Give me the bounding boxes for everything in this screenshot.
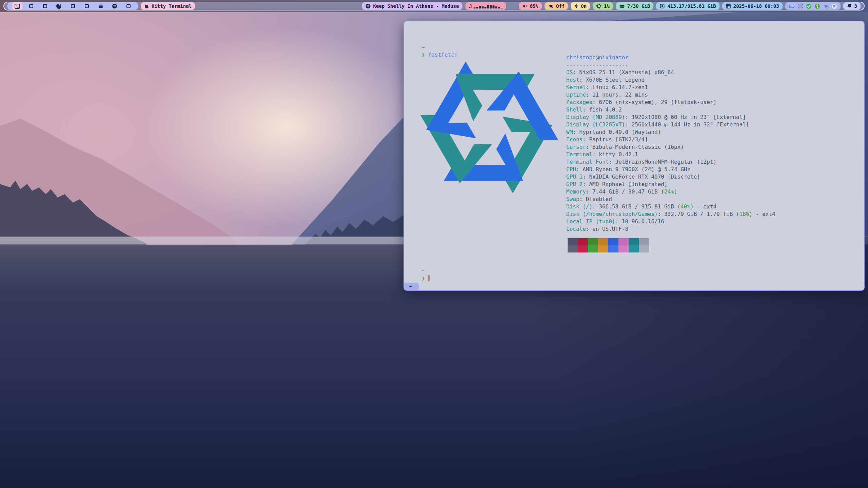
spotify-icon	[366, 3, 371, 9]
status-pills: 85%OffOn1%7/30 GiB413.17/915.81 GiB2025-…	[519, 2, 783, 10]
clock-value: 2025-06-18 00:03	[733, 3, 779, 9]
workspaces-pill: ›_	[7, 2, 138, 10]
empty-workspace-icon	[43, 4, 47, 8]
prompt-command-line: ❯ fastfetch	[409, 44, 458, 51]
music-note-icon: ♫	[469, 3, 472, 9]
palette-swatch	[598, 238, 608, 245]
fastfetch-line: Disk (/): 366.58 GiB / 915.81 GiB (40%) …	[566, 203, 775, 210]
palette-swatch	[618, 238, 629, 245]
memory-value: 7/30 GiB	[627, 3, 650, 9]
sync-icon[interactable]	[823, 3, 829, 9]
visualizer-bars	[473, 4, 502, 8]
terminal-tab-label: ~	[409, 284, 412, 290]
media-track-title: Keep Shelly In Athens - Medusa	[373, 3, 459, 9]
spotify-icon	[112, 3, 117, 9]
fastfetch-line: Display (LC32G5xT): 868x488 @ 144 Hz i…	[566, 121, 775, 128]
palette-swatch	[578, 238, 588, 245]
ram-icon	[619, 3, 625, 9]
viz-bar	[479, 6, 481, 8]
viz-bar	[487, 5, 489, 8]
palette-swatch	[639, 238, 649, 245]
cpu-pill[interactable]: 1%	[593, 2, 613, 10]
bluetooth-value: On	[581, 3, 587, 9]
prompt-cwd: ~	[409, 36, 425, 44]
spotify-light-icon[interactable]	[831, 3, 837, 9]
workspace-1[interactable]: ›_	[10, 2, 24, 10]
screenshot-icon[interactable]	[797, 3, 803, 9]
empty-workspace-icon	[85, 4, 89, 8]
terminal-color-palette	[568, 238, 649, 252]
fastfetch-line: Locale: en_US.UTF-8	[566, 225, 775, 233]
window-icon	[98, 4, 103, 9]
fastfetch-line: OS: NixOS 25.11 (Xantusia) x86_64	[566, 69, 775, 76]
workspace-2[interactable]	[24, 2, 38, 10]
workspace-4[interactable]	[52, 2, 66, 10]
notifications-pill[interactable]: 3	[843, 2, 861, 10]
empty-workspace-icon	[126, 4, 131, 8]
network-pill[interactable]: Off	[545, 2, 568, 10]
check-icon[interactable]	[806, 3, 812, 9]
workspace-5[interactable]	[66, 2, 80, 10]
memory-pill[interactable]: 7/30 GiB	[616, 2, 653, 10]
keyboard-icon[interactable]	[789, 3, 795, 9]
network-value: Off	[556, 3, 565, 9]
fastfetch-line: Cursor: Bibata-Modern-Classic (16px)	[566, 143, 775, 151]
cpu-icon	[596, 3, 601, 9]
fastfetch-line: christoph@nixinator	[566, 54, 775, 61]
key-icon[interactable]	[814, 3, 820, 9]
cpu-value: 1%	[604, 3, 610, 9]
bar-center-group: Keep Shelly In Athens - Medusa ♫	[362, 2, 506, 10]
fastfetch-line: Display (MD 20889): 1920x1080 @ 60 Hz in…	[566, 114, 775, 121]
system-tray-pill	[785, 2, 841, 10]
active-window-pill[interactable]: Kitty Terminal	[141, 2, 195, 10]
fastfetch-output: christoph@nixinator-------------------OS…	[566, 54, 775, 233]
viz-bar	[500, 8, 502, 8]
fastfetch-line: Shell: fish 4.0.2	[566, 106, 775, 114]
viz-bar	[481, 6, 484, 8]
palette-swatch	[608, 245, 618, 252]
active-window-title: Kitty Terminal	[152, 3, 192, 9]
empty-workspace-icon	[29, 4, 33, 8]
prompt-cwd-bottom: ~	[409, 260, 425, 267]
prompt-input-line[interactable]: ❯	[409, 267, 430, 275]
calendar-icon	[726, 3, 731, 9]
fastfetch-line: Terminal: kitty 0.42.1	[566, 151, 775, 158]
firefox-icon	[56, 3, 62, 9]
bluetooth-icon	[574, 3, 578, 9]
media-pill[interactable]: Keep Shelly In Athens - Medusa	[362, 2, 462, 10]
workspace-9[interactable]	[121, 2, 135, 10]
fastfetch-line: WM: Hyprland 0.49.0 (Wayland)	[566, 128, 775, 136]
kitty-terminal-window[interactable]: ~ ❯ fastfetch christoph@nixinator-------…	[403, 21, 865, 291]
palette-swatch	[588, 238, 598, 245]
terminal-tab[interactable]: ~	[404, 283, 419, 291]
wifi-off-icon	[548, 3, 554, 9]
notification-count: 3	[854, 3, 857, 9]
palette-swatch	[629, 238, 639, 245]
workspace-3[interactable]	[38, 2, 52, 10]
viz-bar	[492, 5, 494, 8]
palette-swatch	[568, 238, 578, 245]
fastfetch-line: Terminal Font: JetBrainsMonoNFM-Regular …	[566, 158, 775, 166]
fastfetch-line: CPU: AMD Ryzen 9 7900X (24) @ 5.74 GHz	[566, 166, 775, 173]
clock-pill[interactable]: 2025-06-18 00:03	[722, 2, 783, 10]
fastfetch-line: Memory: 7.44 GiB / 30.47 GiB (24%)	[566, 188, 775, 196]
fastfetch-line: Host: X670E Steel Legend	[566, 76, 775, 84]
fastfetch-line: Swap: Disabled	[566, 196, 775, 203]
workspace-8[interactable]	[107, 2, 121, 10]
text-cursor	[428, 275, 430, 281]
fastfetch-line: Packages: 6706 (nix-system), 29 (flatpak…	[566, 99, 775, 106]
workspace-7[interactable]	[94, 2, 107, 10]
disk-pill[interactable]: 413.17/915.81 GiB	[656, 2, 719, 10]
cat-icon	[144, 4, 149, 9]
fastfetch-line: Uptime: 11 hours, 22 mins	[566, 91, 775, 99]
workspace-active-indicator: ›_	[12, 2, 22, 10]
palette-bright-row	[568, 245, 649, 252]
viz-bar	[473, 7, 475, 8]
bluetooth-pill[interactable]: On	[571, 2, 590, 10]
palette-swatch	[639, 245, 649, 252]
palette-swatch	[608, 238, 618, 245]
empty-workspace-icon	[71, 4, 75, 8]
workspace-6[interactable]	[80, 2, 94, 10]
fastfetch-line: Kernel: Linux 6.14.7-zen1	[566, 84, 775, 91]
volume-pill[interactable]: 85%	[519, 2, 542, 10]
